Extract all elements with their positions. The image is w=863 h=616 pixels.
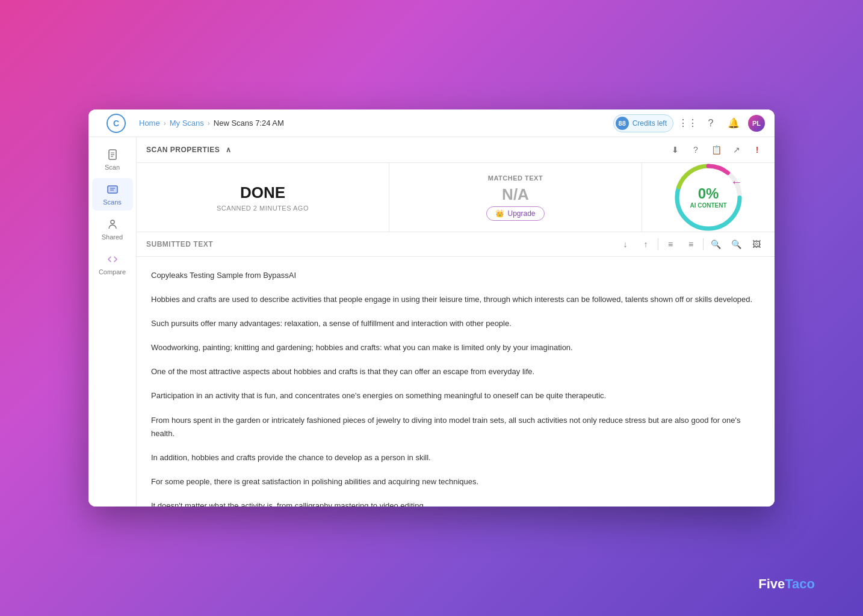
text-paragraph: For some people, there is great satisfac… (151, 475, 760, 488)
help-icon[interactable]: ? (702, 115, 719, 132)
chevron-up-icon: ∧ (226, 146, 232, 154)
help-circle-icon[interactable]: ? (688, 142, 704, 158)
text-paragraph: Participation in an activity that is fun… (151, 389, 760, 402)
sidebar-item-scans[interactable]: Scans (92, 178, 133, 211)
main-content: Scan Scans (88, 137, 775, 507)
text-paragraph: It doesn't matter what the activity is, … (151, 499, 760, 507)
copy-icon[interactable]: 📋 (708, 142, 724, 158)
text-paragraph: Woodworking, painting; knitting and gard… (151, 341, 760, 354)
breadcrumb-home[interactable]: Home (139, 119, 160, 128)
ai-content-section: 0% AI CONTENT ← (642, 163, 775, 232)
sidebar: Scan Scans (88, 137, 137, 507)
arrow-down-icon[interactable]: ↓ (617, 236, 634, 253)
share-icon[interactable]: ↗ (729, 142, 744, 158)
notification-icon[interactable]: 🔔 (725, 115, 742, 132)
toolbar-divider-2 (703, 238, 704, 250)
results-panel: DONE SCANNED 2 MINUTES AGO MATCHED TEXT … (137, 163, 775, 232)
upgrade-button[interactable]: 👑 Upgrade (486, 206, 544, 221)
brand-blue: Taco (785, 576, 815, 591)
zoom-out-icon[interactable]: 🔍 (707, 236, 724, 253)
logo-area: C (98, 114, 134, 133)
align-right-icon[interactable]: ≡ (682, 236, 699, 253)
sidebar-shared-label: Shared (102, 233, 123, 241)
text-paragraph: From hours spent in the garden or intric… (151, 414, 760, 440)
crown-icon: 👑 (495, 209, 504, 218)
breadcrumb-sep-1: › (164, 119, 166, 128)
gauge-center: 0% AI CONTENT (690, 185, 726, 209)
ai-label: AI CONTENT (690, 202, 726, 209)
user-avatar[interactable]: PL (748, 115, 765, 132)
credits-count: 88 (616, 117, 629, 130)
credits-badge: 88 Credits left (613, 114, 673, 132)
svg-rect-4 (108, 186, 117, 193)
gauge-wrapper: 0% AI CONTENT ← (669, 158, 747, 236)
scan-props-icons: ⬇ ? 📋 ↗ ! (667, 142, 765, 158)
matched-text-value: N/A (502, 185, 529, 204)
text-toolbar-label: SUBMITTED TEXT (146, 240, 611, 248)
text-paragraph: Copyleaks Testing Sample from BypassAI (151, 269, 760, 282)
zoom-in-icon[interactable]: 🔍 (728, 236, 744, 253)
browser-window: C Home › My Scans › New Scans 7:24 AM 88… (88, 109, 775, 507)
logo-icon[interactable]: C (107, 114, 126, 133)
breadcrumb-sep-2: › (208, 119, 210, 128)
text-content: Copyleaks Testing Sample from BypassAIHo… (137, 257, 775, 507)
matched-text-label: MATCHED TEXT (488, 174, 543, 182)
svg-point-8 (111, 220, 114, 224)
text-section: SUBMITTED TEXT ↓ ↑ ≡ ≡ 🔍 🔍 🖼 (137, 232, 775, 507)
scans-icon (106, 183, 119, 196)
sidebar-scan-label: Scan (105, 164, 120, 171)
scan-icon (106, 148, 119, 161)
grid-icon[interactable]: ⋮⋮ (679, 115, 696, 132)
result-status: DONE (240, 183, 285, 202)
sidebar-compare-label: Compare (99, 268, 126, 276)
compare-icon (106, 253, 119, 266)
credits-label: Credits left (633, 119, 667, 128)
text-paragraph: In addition, hobbies and crafts provide … (151, 451, 760, 464)
header-bar: C Home › My Scans › New Scans 7:24 AM 88… (88, 109, 775, 137)
info-icon[interactable]: ! (749, 142, 765, 158)
image-icon[interactable]: 🖼 (748, 236, 765, 253)
result-done-section: DONE SCANNED 2 MINUTES AGO (137, 163, 389, 232)
brand-white: Five (758, 576, 785, 591)
text-toolbar-icons: ↓ ↑ ≡ ≡ 🔍 🔍 🖼 (617, 236, 765, 253)
text-paragraph: Hobbies and crafts are used to describe … (151, 293, 760, 306)
text-paragraph: One of the most attractive aspects about… (151, 365, 760, 378)
brand-watermark: FiveTaco (758, 576, 815, 592)
arrow-icon: ← (731, 175, 743, 189)
header-actions: 88 Credits left ⋮⋮ ? 🔔 PL (613, 114, 765, 132)
scan-properties-title: SCAN PROPERTIES ∧ (146, 146, 232, 154)
ai-percent: 0% (690, 185, 726, 202)
toolbar-divider-1 (658, 238, 658, 250)
result-subtitle: SCANNED 2 MINUTES AGO (217, 205, 309, 212)
text-paragraph: Such pursuits offer many advantages: rel… (151, 317, 760, 330)
result-matched-section: MATCHED TEXT N/A 👑 Upgrade (389, 163, 642, 232)
breadcrumb-my-scans[interactable]: My Scans (170, 119, 204, 128)
arrow-up-icon[interactable]: ↑ (637, 236, 654, 253)
sidebar-item-compare[interactable]: Compare (92, 248, 133, 280)
sidebar-item-shared[interactable]: Shared (92, 213, 133, 245)
breadcrumb-current: New Scans 7:24 AM (214, 119, 284, 128)
sidebar-item-scan[interactable]: Scan (92, 143, 133, 176)
shared-icon (106, 218, 119, 231)
align-left-icon[interactable]: ≡ (662, 236, 679, 253)
breadcrumb: Home › My Scans › New Scans 7:24 AM (134, 119, 613, 128)
sidebar-scans-label: Scans (103, 199, 122, 206)
content-area: SCAN PROPERTIES ∧ ⬇ ? 📋 ↗ ! DONE SCANNED… (137, 137, 775, 507)
download-icon[interactable]: ⬇ (667, 142, 683, 158)
